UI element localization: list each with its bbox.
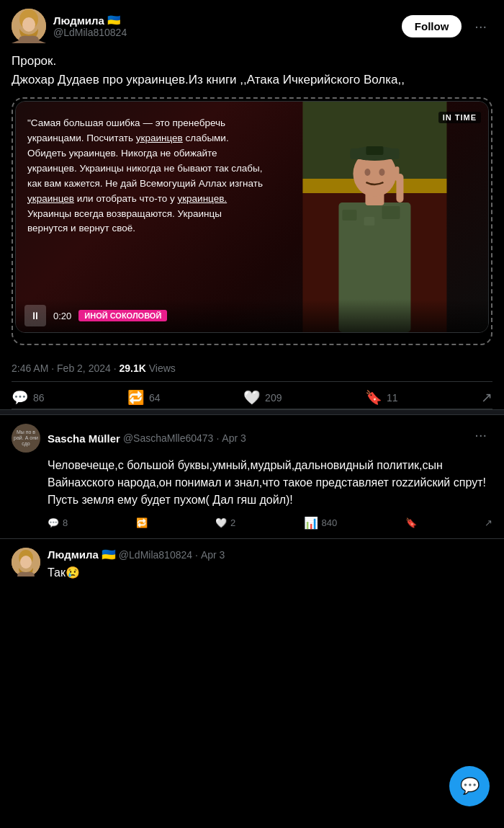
commenter-name[interactable]: Sascha Müller — [48, 432, 120, 445]
reply-header: Людмила 🇺🇦 @LdMila810824 · Apr 3 — [48, 548, 492, 561]
tweet-text: Пророк. Джохар Дудаев про украинцев.Из к… — [12, 52, 492, 89]
chat-fab-button[interactable]: 💬 — [449, 766, 490, 806]
user-name[interactable]: Людмила 🇺🇦 — [53, 14, 127, 27]
comment-user-line: Sascha Müller @SaschaMlle60473 · Apr 3 — [48, 432, 246, 445]
comment-views-count: 840 — [322, 517, 338, 528]
svg-point-2 — [22, 17, 35, 32]
svg-rect-18 — [395, 166, 400, 181]
main-tweet: Людмила 🇺🇦 @LdMila810824 Follow ··· Прор… — [0, 0, 504, 409]
heart-icon: 🤍 — [243, 389, 261, 406]
bookmark-action[interactable]: 🔖 11 — [365, 389, 398, 406]
share-icon: ↗ — [481, 389, 492, 406]
comment-like-icon: 🤍 — [215, 517, 227, 528]
like-action[interactable]: 🤍 209 — [243, 389, 282, 406]
comment-retweet-action[interactable]: 🔁 — [136, 517, 148, 528]
bookmark-icon: 🔖 — [365, 389, 382, 406]
comment-like-count: 2 — [230, 517, 235, 528]
reply-content: Людмила 🇺🇦 @LdMila810824 · Apr 3 Так😢 — [48, 548, 492, 582]
share-action[interactable]: ↗ — [481, 389, 492, 406]
chat-fab-icon: 💬 — [460, 777, 480, 796]
reply-time: Apr 3 — [201, 549, 225, 561]
avatar[interactable] — [12, 9, 46, 43]
video-container[interactable]: "Самая большая ошибка — это пренебречь у… — [15, 101, 489, 333]
svg-rect-9 — [382, 206, 400, 219]
comment-reply-action[interactable]: 💬 8 — [48, 517, 68, 528]
tweet-header: Людмила 🇺🇦 @LdMila810824 Follow ··· — [12, 9, 492, 43]
bookmark-count: 11 — [387, 392, 398, 404]
views-chart-icon: 📊 — [304, 516, 318, 530]
commenter-avatar[interactable]: Мы по в рай. А они сдо — [12, 424, 40, 453]
commenter-handle[interactable]: @SaschaMlle60473 — [123, 432, 214, 444]
retweet-icon: 🔁 — [127, 389, 145, 406]
follow-button[interactable]: Follow — [402, 15, 462, 37]
video-wrapper: "Самая большая ошибка — это пренебречь у… — [12, 97, 492, 345]
comment-reply-icon: 💬 — [48, 517, 59, 528]
comment-time: Apr 3 — [222, 432, 246, 444]
svg-point-16 — [379, 169, 385, 176]
svg-rect-14 — [366, 146, 384, 155]
video-quote-text: "Самая большая ошибка — это пренебречь у… — [27, 116, 264, 236]
video-controls: ⏸ 0:20 ИНОЙ СОКОЛОВОЙ — [16, 299, 488, 332]
comment-section: Мы по в рай. А они сдо Sascha Müller @Sa… — [0, 415, 504, 539]
tweet-actions: 💬 86 🔁 64 🤍 209 🔖 11 ↗ — [12, 382, 492, 409]
tweet-meta: 2:46 AM · Feb 2, 2024 · 29.1K Views — [12, 355, 492, 382]
reporter-badge: ИНОЙ СОКОЛОВОЙ — [78, 310, 167, 321]
in-time-badge: IN TIME — [438, 112, 481, 123]
comment-views-action[interactable]: 📊 840 — [304, 516, 338, 530]
comment-share-action[interactable]: ↗ — [485, 517, 492, 528]
comment-count: 86 — [33, 392, 45, 404]
pause-button[interactable]: ⏸ — [24, 305, 46, 326]
video-text-overlay: "Самая большая ошибка — это пренебречь у… — [16, 102, 276, 332]
like-count: 209 — [265, 392, 282, 404]
svg-rect-8 — [364, 217, 375, 226]
comment-like-action[interactable]: 🤍 2 — [215, 517, 235, 528]
reply-handle[interactable]: @LdMila810824 — [119, 549, 192, 561]
retweet-action[interactable]: 🔁 64 — [127, 389, 161, 406]
comment-icon: 💬 — [12, 389, 29, 406]
time-display: 0:20 — [53, 311, 71, 321]
military-person-image — [261, 102, 488, 332]
more-button[interactable]: ··· — [469, 15, 492, 37]
comment-action[interactable]: 💬 86 — [12, 389, 45, 406]
comment-reply-count: 8 — [63, 517, 68, 528]
comment-more-button[interactable]: ··· — [469, 424, 492, 446]
comment-bookmark-icon: 🔖 — [405, 517, 417, 528]
comment-header-left: Мы по в рай. А они сдо Sascha Müller @Sa… — [12, 424, 246, 453]
header-right: Follow ··· — [402, 15, 492, 37]
reply-section: Людмила 🇺🇦 @LdMila810824 · Apr 3 Так😢 — [0, 539, 504, 590]
comment-header: Мы по в рай. А они сдо Sascha Müller @Sa… — [12, 424, 492, 453]
svg-rect-7 — [343, 210, 357, 221]
comment-bookmark-action[interactable]: 🔖 — [405, 517, 417, 528]
comment-share-icon: ↗ — [485, 517, 492, 528]
comment-retweet-icon: 🔁 — [136, 517, 148, 528]
svg-point-21 — [20, 556, 32, 569]
tweet-header-left: Людмила 🇺🇦 @LdMila810824 — [12, 9, 127, 43]
reply-text: Так😢 — [48, 564, 492, 582]
views-count: 29.1K — [119, 362, 145, 374]
comment-text: Человечеще,с большой буквы,умный,мудрый,… — [48, 457, 492, 509]
svg-point-15 — [365, 169, 371, 176]
reply-username[interactable]: Людмила — [48, 548, 99, 561]
reply-avatar[interactable] — [12, 548, 40, 577]
user-info: Людмила 🇺🇦 @LdMila810824 — [53, 14, 127, 38]
video-inner: "Самая большая ошибка — это пренебречь у… — [16, 102, 488, 332]
flag-icon: 🇺🇦 — [107, 14, 121, 27]
reply-flag: 🇺🇦 — [102, 548, 116, 561]
section-divider — [0, 409, 504, 415]
comment-actions: 💬 8 🔁 🤍 2 📊 840 🔖 ↗ — [48, 516, 492, 530]
retweet-count: 64 — [149, 392, 161, 404]
user-handle[interactable]: @LdMila810824 — [53, 27, 127, 38]
